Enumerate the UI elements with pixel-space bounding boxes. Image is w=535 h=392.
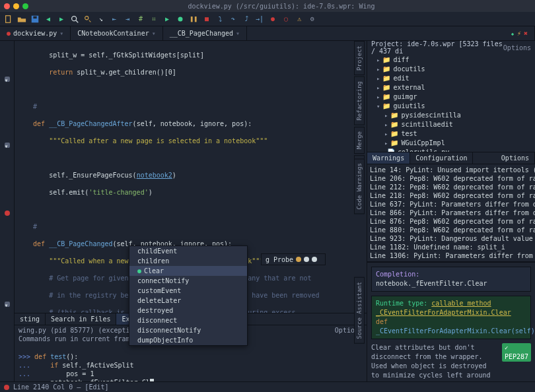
pager-dot[interactable] [304, 257, 309, 262]
window-title: dockview.py (/src/guiutils): ide-7.0s.wp… [32, 3, 531, 10]
tree-row[interactable]: ▾📁guiutils [370, 102, 535, 111]
autocomplete-popup[interactable]: childEventchildren●ClearconnectNotifycus… [129, 245, 248, 346]
pause-icon[interactable]: ❚❚ [189, 15, 198, 24]
tree-row[interactable]: ▸📁docutils [370, 65, 535, 74]
document-icon[interactable] [4, 15, 13, 24]
side-tab-refactoring[interactable]: Refactoring [354, 77, 365, 125]
step-over-icon[interactable]: ↷ [229, 15, 238, 24]
completion-item[interactable]: destroyed [129, 306, 247, 315]
warning-item[interactable]: Line 923: PyLint: Dangerous default valu… [370, 234, 532, 243]
project-panel: Project: ide-7.0s.wpr [5323 files / 437 … [367, 41, 535, 152]
shell-tab-testing[interactable]: sting [15, 313, 46, 325]
indent-right-icon[interactable]: ⇥ [123, 15, 132, 24]
run-to-cursor-icon[interactable]: →| [255, 15, 264, 24]
completion-item[interactable]: ●Clear [129, 266, 247, 276]
sig-args: (self) [511, 327, 535, 335]
clear-bp-icon[interactable]: ○ [281, 15, 291, 24]
goto-icon[interactable]: ↘ [96, 15, 106, 24]
breadcrumb-class[interactable]: CNotebookContainer▾ [71, 26, 162, 40]
debug-probe-input[interactable]: >>> def test(): ... if self._fActiveSpli… [15, 343, 367, 381]
exception-icon[interactable]: ⚠ [295, 15, 304, 24]
breadcrumb-file[interactable]: ●dockview.py▾ [0, 26, 71, 40]
warning-item[interactable]: Line 206: Pep8: W602 deprecated form of … [370, 174, 532, 183]
side-tab-project[interactable]: Project [354, 41, 365, 75]
fold-marker[interactable]: ▾ [5, 302, 10, 307]
status-bar: Line 2140 Col 0 – [Edit] [0, 381, 535, 392]
warning-item[interactable]: Line 866: PyLint: Parameters differ from… [370, 209, 532, 217]
tree-row[interactable]: ▸📁external [370, 83, 535, 92]
tree-row[interactable]: ▸📁diff [370, 55, 535, 65]
project-tree[interactable]: ▸📁diff▸📁docutils▸📁edit▸📁external▸📁guimgr… [367, 54, 535, 152]
side-tab-code-warnings[interactable]: Code Warnings [354, 158, 365, 214]
completion-item[interactable]: children [129, 256, 247, 266]
step-out-icon[interactable]: ⤴ [242, 15, 251, 24]
config-icon[interactable]: ⚙ [308, 15, 317, 24]
probe-tab-strip[interactable]: g Probe [261, 253, 326, 265]
tree-row[interactable]: ▸📁edit [370, 74, 535, 83]
completion-item[interactable]: childEvent [129, 246, 247, 256]
breadcrumb-tools[interactable]: ⬥⚡✖ [504, 26, 535, 40]
tree-row[interactable]: ▸📁test [370, 129, 535, 139]
side-tab-merge[interactable]: Merge [354, 127, 365, 154]
completion-item[interactable]: connectNotify [129, 276, 247, 286]
warning-item[interactable]: Line 218: Pep8: W602 deprecated form of … [370, 191, 532, 200]
breadcrumb-method[interactable]: __CB_PageChanged▾ [163, 26, 247, 40]
window-close-button[interactable] [4, 3, 10, 9]
comment-icon[interactable]: # [136, 15, 145, 24]
warning-item[interactable]: Line 880: Pep8: W602 deprecated form of … [370, 226, 532, 234]
configuration-tab[interactable]: Configuration [410, 152, 473, 164]
svg-rect-2 [33, 16, 36, 18]
pep-badge[interactable]: ✓ PEP287 [502, 343, 531, 362]
doc-description: Clear attributes but don't disconnect fr… [371, 343, 498, 380]
pager-dot[interactable] [296, 257, 301, 262]
completion-item[interactable]: customEvent [129, 286, 247, 296]
svg-rect-0 [6, 15, 11, 22]
project-options-link[interactable]: Options [503, 44, 531, 51]
warnings-tab[interactable]: Warnings [367, 152, 410, 164]
tree-row[interactable]: ▸📁WGuiCppImpl [370, 139, 535, 148]
main-toolbar: ◀ ▶ ↘ ⇤ ⇥ # ⌗ ▶ ❚❚ ■ ⤵ ↷ ⤴ →| ● ○ ⚠ ⚙ [0, 12, 535, 26]
warning-item[interactable]: Line 1306: PyLint: Parameters differ fro… [370, 251, 532, 260]
uncomment-icon[interactable]: ⌗ [149, 15, 159, 24]
debug-icon[interactable] [176, 15, 185, 24]
breakpoint-icon[interactable]: ● [268, 15, 277, 24]
shell-process-info: wing.py (pid 85777) (exceptio [18, 327, 134, 334]
back-icon[interactable]: ◀ [44, 15, 53, 24]
warning-item[interactable]: Line 212: Pep8: W602 deprecated form of … [370, 183, 532, 191]
play-icon[interactable]: ▶ [162, 15, 172, 24]
warnings-list[interactable]: Line 14: PyLint: Unused import itertools… [367, 164, 535, 261]
forward-icon[interactable]: ▶ [57, 15, 66, 24]
tree-row[interactable]: 📄colorutils.py [370, 148, 535, 152]
completion-item[interactable]: disconnect [129, 315, 247, 325]
side-tab-source-assistant[interactable]: Source Assistant [354, 277, 365, 344]
step-in-icon[interactable]: ⤵ [215, 15, 225, 24]
search-replace-icon[interactable] [83, 15, 92, 24]
pager-dot[interactable] [312, 257, 317, 262]
tree-row[interactable]: ▸📁scintillaedit [370, 120, 535, 129]
breakpoint-marker[interactable] [5, 211, 10, 216]
search-icon[interactable] [70, 15, 79, 24]
warning-item[interactable]: Line 876: Pep8: W602 deprecated form of … [370, 217, 532, 226]
completion-item[interactable]: disconnectNotify [129, 325, 247, 335]
window-minimize-button[interactable] [13, 3, 19, 9]
folder-open-icon[interactable] [17, 15, 26, 24]
tree-row[interactable]: ▸📁pysidescintilla [370, 111, 535, 120]
runtime-type-value[interactable]: callable method [431, 300, 491, 307]
warning-item[interactable]: Line 637: PyLint: Parameters differ from… [370, 200, 532, 209]
shell-tab-search-in-files[interactable]: Search in Files [46, 313, 116, 325]
save-icon[interactable] [30, 15, 40, 24]
warning-item[interactable]: Line 1182: Undefined name: split_i [370, 243, 532, 251]
completion-item[interactable]: deleteLater [129, 296, 247, 306]
project-header: Project: ide-7.0s.wpr [5323 files / 437 … [371, 40, 503, 55]
tree-row[interactable]: ▸📁guimgr [370, 92, 535, 102]
warning-item[interactable]: Line 14: PyLint: Unused import itertools… [370, 166, 532, 174]
fold-marker[interactable]: ▾ [5, 77, 10, 82]
stop-icon[interactable]: ■ [202, 15, 211, 24]
indent-left-icon[interactable]: ⇤ [110, 15, 119, 24]
warnings-options-link[interactable]: Options [496, 152, 535, 164]
svg-point-3 [72, 16, 77, 20]
window-maximize-button[interactable] [22, 3, 28, 9]
runtime-qualified-name[interactable]: _CEventFilterForAdapterMixin.Clear [376, 309, 511, 316]
completion-item[interactable]: dumpObjectInfo [129, 335, 247, 345]
fold-marker[interactable]: ▾ [5, 143, 10, 148]
